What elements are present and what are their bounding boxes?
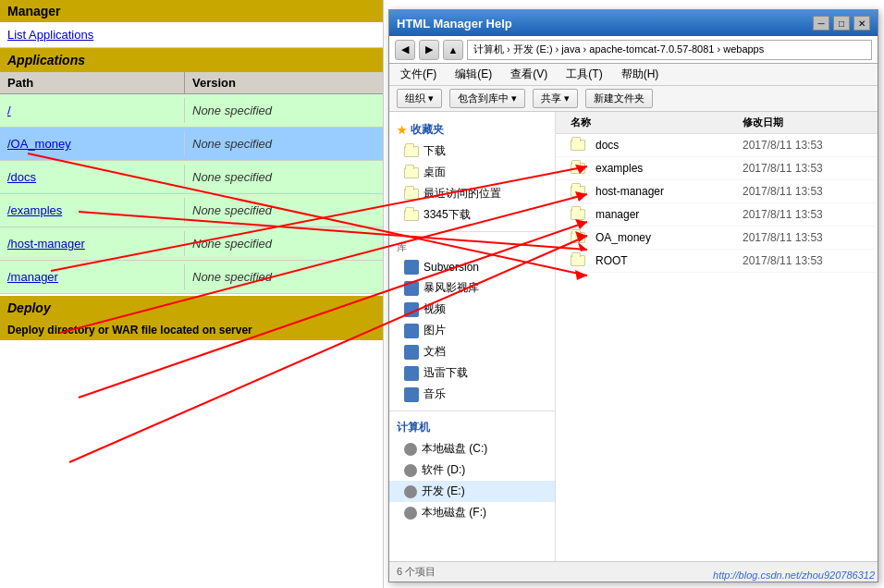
close-button[interactable]: ✕ — [853, 16, 870, 31]
minimize-button[interactable]: ─ — [813, 16, 829, 31]
nav-library-item[interactable]: 迅雷下载 — [389, 362, 555, 384]
address-bar: ◀ ▶ ▲ 计算机 › 开发 (E:) › java › apache-tomc… — [389, 36, 878, 64]
content-item[interactable]: OA_money 2017/8/11 13:53 — [556, 227, 878, 250]
library-icon — [404, 387, 419, 402]
explorer-panel: HTML Manager Help ─ □ ✕ ◀ ▶ ▲ 计算机 › 开发 (… — [388, 9, 878, 582]
nav-drive-item[interactable]: 本地磁盘 (C:) — [389, 438, 555, 459]
content-item-name: ROOT — [571, 254, 743, 267]
table-row: /manager None specified — [0, 261, 383, 294]
menu-edit[interactable]: 编辑(E) — [451, 66, 496, 83]
breadcrumb[interactable]: 计算机 › 开发 (E:) › java › apache-tomcat-7.0… — [467, 40, 872, 60]
content-item-date: 2017/8/11 13:53 — [743, 208, 863, 221]
drive-icon — [404, 485, 417, 498]
nav-library-item[interactable]: Subversion — [389, 257, 555, 277]
content-item[interactable]: manager 2017/8/11 13:53 — [556, 203, 878, 227]
organize-button[interactable]: 组织 ▾ — [397, 89, 442, 108]
nav-favorite-item[interactable]: 最近访问的位置 — [389, 183, 555, 204]
app-path-link[interactable]: /manager — [0, 264, 185, 289]
table-row: /host-manager None specified — [0, 227, 383, 261]
nav-drive-item[interactable]: 软件 (D:) — [389, 459, 555, 481]
menu-tools[interactable]: 工具(T) — [562, 66, 606, 83]
app-path-link[interactable]: / — [0, 98, 185, 123]
col-name-header: 名称 — [571, 116, 743, 129]
computer-header: 计算机 — [389, 417, 555, 438]
favorites-header: ★ 收藏夹 — [389, 119, 555, 141]
nav-library-item[interactable]: 暴风影视库 — [389, 277, 555, 299]
content-item[interactable]: host-manager 2017/8/11 13:53 — [556, 180, 878, 203]
app-version: None specified — [185, 131, 324, 156]
app-path-link[interactable]: /examples — [0, 198, 185, 223]
app-path-link[interactable]: /host-manager — [0, 231, 185, 256]
library-label: 库 — [389, 238, 555, 257]
content-item-date: 2017/8/11 13:53 — [743, 162, 863, 175]
nav-library-item[interactable]: 音乐 — [389, 384, 555, 405]
manager-panel: Manager List Applications Applications P… — [0, 0, 384, 588]
col-date-header: 修改日期 — [743, 116, 863, 129]
deploy-subheader: Deploy directory or WAR file located on … — [0, 320, 383, 340]
content-item[interactable]: examples 2017/8/11 13:53 — [556, 157, 878, 180]
app-version: None specified — [185, 98, 324, 123]
deploy-header: Deploy — [0, 296, 383, 320]
nav-favorite-item[interactable]: 下载 — [389, 141, 555, 162]
col-version-header: Version — [185, 72, 324, 93]
content-item-date: 2017/8/11 13:53 — [743, 254, 863, 267]
library-icon — [404, 281, 419, 296]
folder-icon — [571, 140, 585, 151]
nav-library-item[interactable]: 视频 — [389, 299, 555, 320]
app-version: None specified — [185, 165, 324, 190]
explorer-body: ★ 收藏夹 下载桌面最近访问的位置3345下载 库 Subversion暴风影视… — [389, 112, 878, 582]
content-item-name: examples — [571, 162, 743, 175]
left-nav: ★ 收藏夹 下载桌面最近访问的位置3345下载 库 Subversion暴风影视… — [389, 112, 556, 582]
explorer-title: HTML Manager Help — [397, 17, 512, 31]
content-item-date: 2017/8/11 13:53 — [743, 231, 863, 244]
app-table: / None specified /OA_money None specifie… — [0, 94, 383, 294]
nav-favorite-item[interactable]: 3345下载 — [389, 204, 555, 226]
explorer-title-bar: HTML Manager Help ─ □ ✕ — [389, 10, 878, 36]
applications-section-header: Applications — [0, 48, 383, 72]
table-header: Path Version — [0, 72, 383, 94]
table-row: /OA_money None specified — [0, 128, 383, 161]
content-item-name: OA_money — [571, 231, 743, 244]
drive-icon — [404, 443, 417, 456]
folder-icon — [571, 186, 585, 197]
folder-icon — [404, 189, 419, 200]
menu-view[interactable]: 查看(V) — [507, 66, 551, 83]
app-path-link[interactable]: /docs — [0, 165, 185, 190]
toolbar: 组织 ▾ 包含到库中 ▾ 共享 ▾ 新建文件夹 — [389, 86, 878, 112]
new-folder-button[interactable]: 新建文件夹 — [585, 89, 653, 108]
content-item[interactable]: docs 2017/8/11 13:53 — [556, 134, 878, 157]
nav-drive-item[interactable]: 开发 (E:) — [389, 481, 555, 502]
back-button[interactable]: ◀ — [395, 40, 415, 60]
menu-help[interactable]: 帮助(H) — [618, 66, 663, 83]
list-apps-link[interactable]: List Applications — [7, 28, 93, 42]
menu-file[interactable]: 文件(F) — [397, 66, 440, 83]
window-controls: ─ □ ✕ — [813, 16, 870, 31]
drives-list: 本地磁盘 (C:)软件 (D:)开发 (E:)本地磁盘 (F:) — [389, 438, 555, 523]
content-item[interactable]: ROOT 2017/8/11 13:53 — [556, 250, 878, 273]
app-path-link[interactable]: /OA_money — [0, 131, 185, 156]
star-icon: ★ — [397, 124, 407, 137]
col-path-header: Path — [0, 72, 185, 93]
drive-icon — [404, 464, 417, 477]
content-item-name: manager — [571, 208, 743, 221]
manager-header: Manager — [0, 0, 383, 22]
folder-icon — [571, 163, 585, 174]
nav-library-item[interactable]: 文档 — [389, 341, 555, 362]
content-header: 名称 修改日期 — [556, 112, 878, 134]
up-button[interactable]: ▲ — [443, 40, 463, 60]
list-apps-bar: List Applications — [0, 22, 383, 48]
include-library-button[interactable]: 包含到库中 ▾ — [449, 89, 525, 108]
share-button[interactable]: 共享 ▾ — [533, 89, 578, 108]
favorites-list: 下载桌面最近访问的位置3345下载 — [389, 141, 555, 226]
app-version: None specified — [185, 198, 324, 223]
nav-library-item[interactable]: 图片 — [389, 320, 555, 341]
status-text: 6 个项目 — [397, 565, 436, 579]
drive-icon — [404, 507, 417, 520]
maximize-button[interactable]: □ — [833, 16, 850, 31]
content-item-date: 2017/8/11 13:53 — [743, 185, 863, 198]
content-item-date: 2017/8/11 13:53 — [743, 139, 863, 152]
nav-favorite-item[interactable]: 桌面 — [389, 162, 555, 183]
forward-button[interactable]: ▶ — [419, 40, 439, 60]
watermark: http://blog.csdn.net/zhou920786312 — [713, 570, 875, 581]
nav-drive-item[interactable]: 本地磁盘 (F:) — [389, 502, 555, 523]
